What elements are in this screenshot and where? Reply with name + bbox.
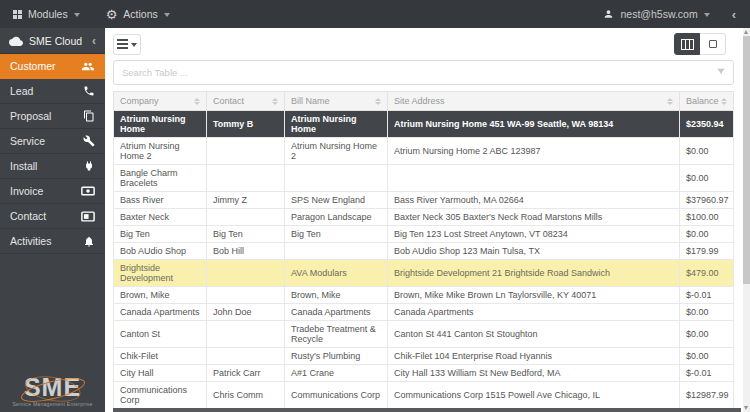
cell-company: Canton St bbox=[114, 321, 207, 348]
sidebar-item-label: Lead bbox=[10, 85, 33, 97]
modules-menu[interactable]: Modules bbox=[0, 0, 93, 28]
cell-balance: $0.00 bbox=[680, 226, 734, 243]
cell-company: Chik-Filet bbox=[114, 348, 207, 365]
cell-company: Communications Corp bbox=[114, 382, 207, 409]
cell-company: Bass River bbox=[114, 192, 207, 209]
sidebar-item-label: Service bbox=[10, 135, 45, 147]
sidebar-item-install[interactable]: Install bbox=[0, 154, 105, 179]
sidebar-collapse-chevron-icon[interactable]: ‹ bbox=[92, 34, 96, 48]
column-header-contact[interactable]: Contact bbox=[207, 92, 285, 111]
cell-company: Brown, Mike bbox=[114, 287, 207, 304]
cell-bill-name: Tradebe Treatment & Recycle bbox=[285, 321, 388, 348]
table-row[interactable]: City HallPatrick CarrA#1 CraneCity Hall … bbox=[114, 365, 734, 382]
user-email: nest@h5sw.com bbox=[620, 8, 697, 20]
cell-company: Bob AUdio Shop bbox=[114, 243, 207, 260]
filter-icon[interactable] bbox=[716, 67, 726, 77]
table-row[interactable]: Baxter NeckParagon LandscapeBaxter Neck … bbox=[114, 209, 734, 226]
cell-bill-name bbox=[285, 243, 388, 260]
customer-table-wrap: Company Contact Bill Name Site Address B… bbox=[113, 91, 734, 412]
phone-icon bbox=[83, 85, 95, 97]
table-row[interactable]: Canada ApartmentsJohn DoeCanada Apartmen… bbox=[114, 304, 734, 321]
cell-site-address: Brown, Mike Mike Brown Ln Taylorsville, … bbox=[388, 287, 680, 304]
sidebar: SME Cloud ‹ Customer Lead Proposal Servi… bbox=[0, 28, 105, 412]
list-view-button[interactable] bbox=[674, 33, 700, 55]
table-row[interactable]: Atrium Nursing HomeTommy BAtrium Nursing… bbox=[114, 111, 734, 138]
table-row[interactable]: Chik-FiletRusty's PlumbingChik-Filet 104… bbox=[114, 348, 734, 365]
sidebar-item-service[interactable]: Service bbox=[0, 129, 105, 154]
actions-label: Actions bbox=[123, 8, 157, 20]
cell-contact: John Doe bbox=[207, 304, 285, 321]
cell-balance: $12987.99 bbox=[680, 382, 734, 409]
cell-balance: $0.00 bbox=[680, 321, 734, 348]
vertical-scrollbar[interactable] bbox=[743, 28, 750, 412]
table-row[interactable]: Atrium Nursing Home 2Atrium Nursing Home… bbox=[114, 138, 734, 165]
cell-contact bbox=[207, 287, 285, 304]
scrollbar-thumb[interactable] bbox=[743, 36, 750, 284]
cell-company: Big Ten bbox=[114, 226, 207, 243]
table-row[interactable]: Bass RiverJimmy ZSPS New EnglandBass Riv… bbox=[114, 192, 734, 209]
table-row[interactable]: Big TenBig TenBig TenBig Ten 123 Lost St… bbox=[114, 226, 734, 243]
sidebar-item-proposal[interactable]: Proposal bbox=[0, 104, 105, 129]
hamburger-icon bbox=[117, 39, 128, 49]
user-account-menu[interactable]: nest@h5sw.com bbox=[603, 8, 709, 20]
scroll-up-arrow-icon[interactable] bbox=[744, 30, 748, 34]
brand-row: SME Cloud ‹ bbox=[0, 28, 105, 54]
sidebar-item-contact[interactable]: Contact bbox=[0, 204, 105, 229]
menu-button[interactable] bbox=[113, 34, 141, 55]
cell-company: Baxter Neck bbox=[114, 209, 207, 226]
card-view-button[interactable] bbox=[700, 33, 726, 55]
cell-contact bbox=[207, 138, 285, 165]
cell-contact bbox=[207, 260, 285, 287]
cell-company: Bangle Charm Bracelets bbox=[114, 165, 207, 192]
table-row[interactable]: Brown, MikeBrown, MikeBrown, Mike Mike B… bbox=[114, 287, 734, 304]
copy-icon bbox=[83, 110, 95, 122]
cell-site-address: Canton St 441 Canton St Stoughton bbox=[388, 321, 680, 348]
cell-bill-name: Atrium Nursing Home bbox=[285, 111, 388, 138]
cell-balance: $0.00 bbox=[680, 165, 734, 192]
table-row[interactable]: Canton StTradebe Treatment & RecycleCant… bbox=[114, 321, 734, 348]
scroll-down-arrow-icon[interactable] bbox=[744, 406, 748, 410]
cell-bill-name: Big Ten bbox=[285, 226, 388, 243]
cell-site-address: Big Ten 123 Lost Street Anytown, VT 0823… bbox=[388, 226, 680, 243]
cell-contact: Big Ten bbox=[207, 226, 285, 243]
chevron-down-icon bbox=[74, 13, 80, 17]
column-header-balance[interactable]: Balance bbox=[680, 92, 734, 111]
topbar-collapse-chevron-icon[interactable]: ‹ bbox=[716, 7, 742, 22]
cell-contact: Jimmy Z bbox=[207, 192, 285, 209]
cell-site-address: Atrium Nursing Home 451 WA-99 Seattle, W… bbox=[388, 111, 680, 138]
cell-site-address: Canada Apartments bbox=[388, 304, 680, 321]
cell-balance: $0.00 bbox=[680, 348, 734, 365]
sidebar-item-activities[interactable]: Activities bbox=[0, 229, 105, 254]
table-row[interactable]: Communications CorpChris CommCommunicati… bbox=[114, 382, 734, 409]
sidebar-item-label: Contact bbox=[10, 210, 46, 222]
column-header-company[interactable]: Company bbox=[114, 92, 207, 111]
cell-site-address: City Hall 133 William St New Bedford, MA bbox=[388, 365, 680, 382]
topbar: Modules ⚙ Actions nest@h5sw.com ‹ bbox=[0, 0, 750, 28]
cell-bill-name: Canada Apartments bbox=[285, 304, 388, 321]
cell-site-address: Bob AUdio Shop 123 Main Tulsa, TX bbox=[388, 243, 680, 260]
cell-site-address bbox=[388, 165, 680, 192]
cell-bill-name: A#1 Crane bbox=[285, 365, 388, 382]
actions-menu[interactable]: ⚙ Actions bbox=[93, 0, 183, 28]
modules-grid-icon bbox=[13, 10, 22, 19]
cell-site-address: Baxter Neck 305 Baxter's Neck Road Marst… bbox=[388, 209, 680, 226]
table-row[interactable]: Brightside DevelopmentAVA ModularsBright… bbox=[114, 260, 734, 287]
column-header-bill-name[interactable]: Bill Name bbox=[285, 92, 388, 111]
column-header-site-address[interactable]: Site Address bbox=[388, 92, 680, 111]
wrench-icon bbox=[83, 135, 95, 147]
cell-bill-name: AVA Modulars bbox=[285, 260, 388, 287]
cell-bill-name: SPS New England bbox=[285, 192, 388, 209]
sidebar-item-customer[interactable]: Customer bbox=[0, 54, 105, 79]
cell-company: Atrium Nursing Home bbox=[114, 111, 207, 138]
idcard-icon bbox=[81, 211, 95, 222]
users-icon bbox=[81, 60, 95, 73]
table-row[interactable]: Bob AUdio ShopBob HillBob AUdio Shop 123… bbox=[114, 243, 734, 260]
table-row[interactable]: Bangle Charm Bracelets$0.00 bbox=[114, 165, 734, 192]
chevron-down-icon bbox=[131, 43, 137, 47]
sidebar-item-lead[interactable]: Lead bbox=[0, 79, 105, 104]
sme-logo: SME Service Management Enterprise bbox=[0, 375, 105, 407]
search-input[interactable] bbox=[113, 60, 734, 85]
sidebar-item-invoice[interactable]: Invoice bbox=[0, 179, 105, 204]
horizontal-scrollbar[interactable] bbox=[113, 408, 741, 412]
cell-contact: Chris Comm bbox=[207, 382, 285, 409]
